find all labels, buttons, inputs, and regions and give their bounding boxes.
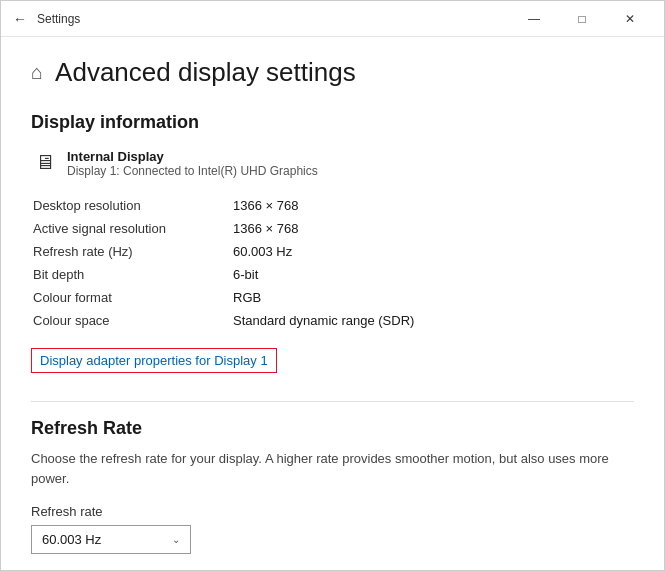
page-title: Advanced display settings bbox=[55, 57, 356, 88]
section-divider bbox=[31, 401, 634, 402]
page-header: ⌂ Advanced display settings bbox=[31, 57, 634, 88]
info-value: 1366 × 768 bbox=[231, 194, 634, 217]
refresh-rate-value: 60.003 Hz bbox=[42, 532, 101, 547]
refresh-rate-dropdown[interactable]: 60.003 Hz ⌄ bbox=[31, 525, 191, 554]
info-table-row: Bit depth 6-bit bbox=[31, 263, 634, 286]
refresh-rate-label: Refresh rate bbox=[31, 504, 634, 519]
maximize-button[interactable]: □ bbox=[560, 5, 604, 33]
close-button[interactable]: ✕ bbox=[608, 5, 652, 33]
info-table-row: Colour format RGB bbox=[31, 286, 634, 309]
info-label: Refresh rate (Hz) bbox=[31, 240, 231, 263]
monitor-icon: 🖥 bbox=[35, 151, 55, 174]
content-area: ⌂ Advanced display settings Display info… bbox=[1, 37, 664, 570]
info-table-row: Desktop resolution 1366 × 768 bbox=[31, 194, 634, 217]
info-label: Bit depth bbox=[31, 263, 231, 286]
info-table-row: Colour space Standard dynamic range (SDR… bbox=[31, 309, 634, 332]
info-value: RGB bbox=[231, 286, 634, 309]
info-value: Standard dynamic range (SDR) bbox=[231, 309, 634, 332]
back-button[interactable]: ← bbox=[13, 11, 27, 27]
info-value: 6-bit bbox=[231, 263, 634, 286]
adapter-properties-link[interactable]: Display adapter properties for Display 1 bbox=[31, 348, 277, 373]
display-info-text: Internal Display Display 1: Connected to… bbox=[67, 149, 318, 178]
info-value: 1366 × 768 bbox=[231, 217, 634, 240]
refresh-section-title: Refresh Rate bbox=[31, 418, 634, 439]
info-table-row: Active signal resolution 1366 × 768 bbox=[31, 217, 634, 240]
title-bar-left: ← Settings bbox=[13, 11, 80, 27]
info-label: Desktop resolution bbox=[31, 194, 231, 217]
display-info-table: Desktop resolution 1366 × 768 Active sig… bbox=[31, 194, 634, 332]
settings-window: ← Settings — □ ✕ ⌂ Advanced display sett… bbox=[0, 0, 665, 571]
display-name: Internal Display bbox=[67, 149, 318, 164]
refresh-description: Choose the refresh rate for your display… bbox=[31, 449, 634, 488]
info-label: Colour space bbox=[31, 309, 231, 332]
chevron-down-icon: ⌄ bbox=[172, 534, 180, 545]
info-value: 60.003 Hz bbox=[231, 240, 634, 263]
window-title: Settings bbox=[37, 12, 80, 26]
title-bar: ← Settings — □ ✕ bbox=[1, 1, 664, 37]
display-sub: Display 1: Connected to Intel(R) UHD Gra… bbox=[67, 164, 318, 178]
info-label: Active signal resolution bbox=[31, 217, 231, 240]
info-table-row: Refresh rate (Hz) 60.003 Hz bbox=[31, 240, 634, 263]
home-icon: ⌂ bbox=[31, 61, 43, 84]
minimize-button[interactable]: — bbox=[512, 5, 556, 33]
display-info-section-title: Display information bbox=[31, 112, 634, 133]
info-label: Colour format bbox=[31, 286, 231, 309]
window-controls: — □ ✕ bbox=[512, 5, 652, 33]
display-info-card: 🖥 Internal Display Display 1: Connected … bbox=[31, 149, 634, 178]
